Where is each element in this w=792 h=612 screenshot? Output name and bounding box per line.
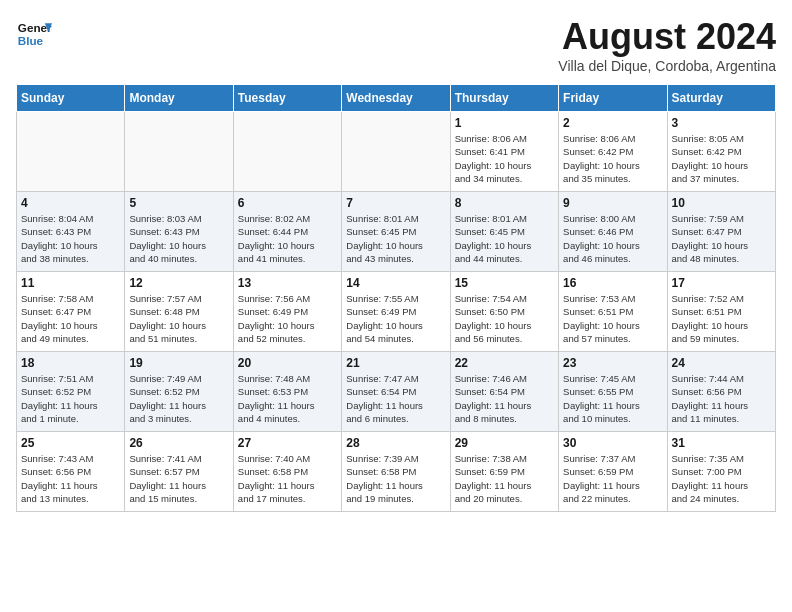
day-number: 20: [238, 356, 337, 370]
day-number: 17: [672, 276, 771, 290]
day-number: 29: [455, 436, 554, 450]
calendar-cell: 29Sunrise: 7:38 AM Sunset: 6:59 PM Dayli…: [450, 432, 558, 512]
day-info: Sunrise: 7:57 AM Sunset: 6:48 PM Dayligh…: [129, 292, 228, 345]
day-number: 15: [455, 276, 554, 290]
day-info: Sunrise: 7:54 AM Sunset: 6:50 PM Dayligh…: [455, 292, 554, 345]
calendar-cell: 25Sunrise: 7:43 AM Sunset: 6:56 PM Dayli…: [17, 432, 125, 512]
calendar-cell: [342, 112, 450, 192]
weekday-header: Sunday: [17, 85, 125, 112]
day-number: 14: [346, 276, 445, 290]
day-info: Sunrise: 7:45 AM Sunset: 6:55 PM Dayligh…: [563, 372, 662, 425]
logo: General Blue: [16, 16, 52, 52]
weekday-header: Tuesday: [233, 85, 341, 112]
day-info: Sunrise: 8:00 AM Sunset: 6:46 PM Dayligh…: [563, 212, 662, 265]
day-info: Sunrise: 7:53 AM Sunset: 6:51 PM Dayligh…: [563, 292, 662, 345]
calendar-cell: 27Sunrise: 7:40 AM Sunset: 6:58 PM Dayli…: [233, 432, 341, 512]
calendar-cell: 21Sunrise: 7:47 AM Sunset: 6:54 PM Dayli…: [342, 352, 450, 432]
day-info: Sunrise: 7:59 AM Sunset: 6:47 PM Dayligh…: [672, 212, 771, 265]
calendar-cell: [17, 112, 125, 192]
calendar-cell: 11Sunrise: 7:58 AM Sunset: 6:47 PM Dayli…: [17, 272, 125, 352]
day-number: 31: [672, 436, 771, 450]
day-number: 27: [238, 436, 337, 450]
day-number: 24: [672, 356, 771, 370]
calendar-cell: 13Sunrise: 7:56 AM Sunset: 6:49 PM Dayli…: [233, 272, 341, 352]
calendar-cell: 3Sunrise: 8:05 AM Sunset: 6:42 PM Daylig…: [667, 112, 775, 192]
day-info: Sunrise: 7:35 AM Sunset: 7:00 PM Dayligh…: [672, 452, 771, 505]
day-number: 8: [455, 196, 554, 210]
day-info: Sunrise: 7:56 AM Sunset: 6:49 PM Dayligh…: [238, 292, 337, 345]
weekday-header: Saturday: [667, 85, 775, 112]
calendar-cell: 6Sunrise: 8:02 AM Sunset: 6:44 PM Daylig…: [233, 192, 341, 272]
day-number: 16: [563, 276, 662, 290]
day-number: 18: [21, 356, 120, 370]
logo-icon: General Blue: [16, 16, 52, 52]
day-number: 2: [563, 116, 662, 130]
day-number: 6: [238, 196, 337, 210]
calendar-cell: 31Sunrise: 7:35 AM Sunset: 7:00 PM Dayli…: [667, 432, 775, 512]
day-number: 22: [455, 356, 554, 370]
day-info: Sunrise: 7:37 AM Sunset: 6:59 PM Dayligh…: [563, 452, 662, 505]
day-number: 10: [672, 196, 771, 210]
day-number: 30: [563, 436, 662, 450]
day-info: Sunrise: 8:01 AM Sunset: 6:45 PM Dayligh…: [346, 212, 445, 265]
day-info: Sunrise: 7:51 AM Sunset: 6:52 PM Dayligh…: [21, 372, 120, 425]
weekday-header: Friday: [559, 85, 667, 112]
day-info: Sunrise: 7:44 AM Sunset: 6:56 PM Dayligh…: [672, 372, 771, 425]
day-info: Sunrise: 7:52 AM Sunset: 6:51 PM Dayligh…: [672, 292, 771, 345]
day-number: 1: [455, 116, 554, 130]
day-info: Sunrise: 8:01 AM Sunset: 6:45 PM Dayligh…: [455, 212, 554, 265]
day-number: 25: [21, 436, 120, 450]
day-number: 12: [129, 276, 228, 290]
calendar-cell: 12Sunrise: 7:57 AM Sunset: 6:48 PM Dayli…: [125, 272, 233, 352]
day-info: Sunrise: 7:40 AM Sunset: 6:58 PM Dayligh…: [238, 452, 337, 505]
calendar-cell: 16Sunrise: 7:53 AM Sunset: 6:51 PM Dayli…: [559, 272, 667, 352]
day-number: 28: [346, 436, 445, 450]
day-info: Sunrise: 7:39 AM Sunset: 6:58 PM Dayligh…: [346, 452, 445, 505]
day-info: Sunrise: 7:43 AM Sunset: 6:56 PM Dayligh…: [21, 452, 120, 505]
calendar-cell: 1Sunrise: 8:06 AM Sunset: 6:41 PM Daylig…: [450, 112, 558, 192]
day-info: Sunrise: 7:48 AM Sunset: 6:53 PM Dayligh…: [238, 372, 337, 425]
calendar-cell: 28Sunrise: 7:39 AM Sunset: 6:58 PM Dayli…: [342, 432, 450, 512]
calendar-cell: 9Sunrise: 8:00 AM Sunset: 6:46 PM Daylig…: [559, 192, 667, 272]
weekday-header: Wednesday: [342, 85, 450, 112]
calendar-cell: 19Sunrise: 7:49 AM Sunset: 6:52 PM Dayli…: [125, 352, 233, 432]
main-title: August 2024: [558, 16, 776, 58]
day-number: 7: [346, 196, 445, 210]
day-number: 23: [563, 356, 662, 370]
day-number: 9: [563, 196, 662, 210]
calendar-cell: 26Sunrise: 7:41 AM Sunset: 6:57 PM Dayli…: [125, 432, 233, 512]
calendar-cell: 20Sunrise: 7:48 AM Sunset: 6:53 PM Dayli…: [233, 352, 341, 432]
calendar-cell: 8Sunrise: 8:01 AM Sunset: 6:45 PM Daylig…: [450, 192, 558, 272]
day-number: 5: [129, 196, 228, 210]
calendar-cell: 10Sunrise: 7:59 AM Sunset: 6:47 PM Dayli…: [667, 192, 775, 272]
day-info: Sunrise: 8:03 AM Sunset: 6:43 PM Dayligh…: [129, 212, 228, 265]
day-info: Sunrise: 7:49 AM Sunset: 6:52 PM Dayligh…: [129, 372, 228, 425]
title-area: August 2024 Villa del Dique, Cordoba, Ar…: [558, 16, 776, 74]
day-info: Sunrise: 7:58 AM Sunset: 6:47 PM Dayligh…: [21, 292, 120, 345]
calendar-cell: 23Sunrise: 7:45 AM Sunset: 6:55 PM Dayli…: [559, 352, 667, 432]
calendar-cell: 15Sunrise: 7:54 AM Sunset: 6:50 PM Dayli…: [450, 272, 558, 352]
header: General Blue August 2024 Villa del Dique…: [16, 16, 776, 74]
calendar: SundayMondayTuesdayWednesdayThursdayFrid…: [16, 84, 776, 512]
day-info: Sunrise: 7:46 AM Sunset: 6:54 PM Dayligh…: [455, 372, 554, 425]
day-number: 11: [21, 276, 120, 290]
day-info: Sunrise: 8:02 AM Sunset: 6:44 PM Dayligh…: [238, 212, 337, 265]
day-number: 4: [21, 196, 120, 210]
day-info: Sunrise: 7:41 AM Sunset: 6:57 PM Dayligh…: [129, 452, 228, 505]
day-info: Sunrise: 8:04 AM Sunset: 6:43 PM Dayligh…: [21, 212, 120, 265]
weekday-header: Monday: [125, 85, 233, 112]
calendar-cell: [233, 112, 341, 192]
svg-text:Blue: Blue: [18, 34, 44, 47]
subtitle: Villa del Dique, Cordoba, Argentina: [558, 58, 776, 74]
day-info: Sunrise: 8:06 AM Sunset: 6:41 PM Dayligh…: [455, 132, 554, 185]
calendar-cell: 4Sunrise: 8:04 AM Sunset: 6:43 PM Daylig…: [17, 192, 125, 272]
day-number: 13: [238, 276, 337, 290]
calendar-cell: 5Sunrise: 8:03 AM Sunset: 6:43 PM Daylig…: [125, 192, 233, 272]
calendar-cell: 18Sunrise: 7:51 AM Sunset: 6:52 PM Dayli…: [17, 352, 125, 432]
day-info: Sunrise: 8:06 AM Sunset: 6:42 PM Dayligh…: [563, 132, 662, 185]
calendar-cell: 24Sunrise: 7:44 AM Sunset: 6:56 PM Dayli…: [667, 352, 775, 432]
calendar-cell: 22Sunrise: 7:46 AM Sunset: 6:54 PM Dayli…: [450, 352, 558, 432]
day-info: Sunrise: 7:55 AM Sunset: 6:49 PM Dayligh…: [346, 292, 445, 345]
weekday-header: Thursday: [450, 85, 558, 112]
day-number: 19: [129, 356, 228, 370]
